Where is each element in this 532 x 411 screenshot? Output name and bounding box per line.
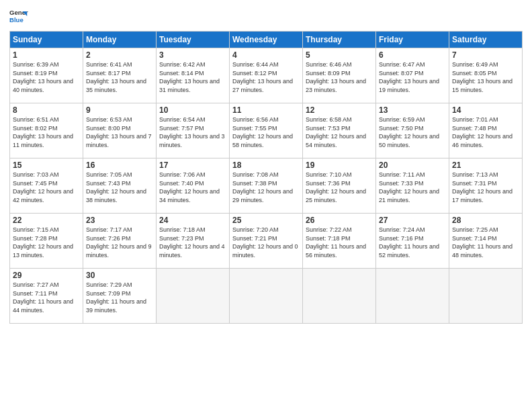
col-saturday: Saturday: [449, 32, 523, 48]
day-info: Sunrise: 6:41 AM Sunset: 8:17 PM Dayligh…: [86, 60, 153, 94]
header: General Blue: [9, 7, 523, 26]
week-row-4: 22 Sunrise: 7:15 AM Sunset: 7:28 PM Dayl…: [10, 214, 523, 269]
day-info: Sunrise: 7:13 AM Sunset: 7:31 PM Dayligh…: [452, 171, 519, 204]
day-number: 22: [13, 216, 80, 225]
day-cell-5: 5 Sunrise: 6:46 AM Sunset: 8:09 PM Dayli…: [303, 48, 376, 103]
header-row: Sunday Monday Tuesday Wednesday Thursday…: [10, 32, 523, 48]
day-info: Sunrise: 6:42 AM Sunset: 8:14 PM Dayligh…: [159, 60, 226, 94]
col-tuesday: Tuesday: [157, 32, 230, 48]
day-cell-30: 30 Sunrise: 7:29 AM Sunset: 7:09 PM Dayl…: [83, 269, 157, 324]
day-number: 9: [86, 105, 153, 115]
day-number: 13: [379, 105, 446, 115]
day-cell-24: 24 Sunrise: 7:18 AM Sunset: 7:23 PM Dayl…: [157, 214, 230, 269]
day-cell-18: 18 Sunrise: 7:08 AM Sunset: 7:38 PM Dayl…: [230, 158, 303, 214]
col-thursday: Thursday: [303, 32, 376, 48]
empty-cell: [303, 269, 376, 324]
day-number: 24: [159, 216, 226, 225]
day-number: 17: [159, 161, 226, 170]
day-number: 16: [86, 161, 153, 170]
week-row-1: 1 Sunrise: 6:39 AM Sunset: 8:19 PM Dayli…: [10, 48, 523, 103]
week-row-2: 8 Sunrise: 6:51 AM Sunset: 8:02 PM Dayli…: [10, 103, 523, 158]
day-number: 19: [306, 161, 373, 170]
day-cell-20: 20 Sunrise: 7:11 AM Sunset: 7:33 PM Dayl…: [376, 158, 449, 214]
day-number: 4: [232, 50, 300, 60]
empty-cell: [230, 269, 303, 324]
day-info: Sunrise: 6:39 AM Sunset: 8:19 PM Dayligh…: [13, 60, 80, 94]
day-info: Sunrise: 6:47 AM Sunset: 8:07 PM Dayligh…: [379, 60, 446, 94]
day-info: Sunrise: 7:17 AM Sunset: 7:26 PM Dayligh…: [86, 226, 153, 259]
day-info: Sunrise: 6:59 AM Sunset: 7:50 PM Dayligh…: [379, 116, 446, 149]
day-number: 28: [452, 216, 519, 225]
week-row-5: 29 Sunrise: 7:27 AM Sunset: 7:11 PM Dayl…: [10, 269, 523, 324]
day-info: Sunrise: 7:29 AM Sunset: 7:09 PM Dayligh…: [86, 281, 153, 314]
day-cell-8: 8 Sunrise: 6:51 AM Sunset: 8:02 PM Dayli…: [10, 103, 83, 158]
day-number: 23: [86, 216, 153, 225]
day-cell-26: 26 Sunrise: 7:22 AM Sunset: 7:18 PM Dayl…: [303, 214, 376, 269]
day-number: 10: [159, 105, 226, 115]
col-wednesday: Wednesday: [230, 32, 303, 48]
day-cell-14: 14 Sunrise: 7:01 AM Sunset: 7:48 PM Dayl…: [449, 103, 523, 158]
day-cell-10: 10 Sunrise: 6:54 AM Sunset: 7:57 PM Dayl…: [157, 103, 230, 158]
calendar-table: Sunday Monday Tuesday Wednesday Thursday…: [9, 31, 523, 324]
day-cell-3: 3 Sunrise: 6:42 AM Sunset: 8:14 PM Dayli…: [157, 48, 230, 103]
day-info: Sunrise: 7:20 AM Sunset: 7:21 PM Dayligh…: [232, 226, 300, 259]
col-friday: Friday: [376, 32, 449, 48]
col-monday: Monday: [83, 32, 157, 48]
day-info: Sunrise: 7:11 AM Sunset: 7:33 PM Dayligh…: [379, 171, 446, 204]
empty-cell: [376, 269, 449, 324]
day-info: Sunrise: 6:44 AM Sunset: 8:12 PM Dayligh…: [232, 60, 300, 94]
day-info: Sunrise: 7:25 AM Sunset: 7:14 PM Dayligh…: [452, 226, 519, 259]
day-cell-2: 2 Sunrise: 6:41 AM Sunset: 8:17 PM Dayli…: [83, 48, 157, 103]
day-info: Sunrise: 6:53 AM Sunset: 8:00 PM Dayligh…: [86, 116, 153, 149]
day-info: Sunrise: 6:51 AM Sunset: 8:02 PM Dayligh…: [13, 116, 80, 149]
day-cell-23: 23 Sunrise: 7:17 AM Sunset: 7:26 PM Dayl…: [83, 214, 157, 269]
day-number: 11: [232, 105, 300, 115]
day-info: Sunrise: 7:01 AM Sunset: 7:48 PM Dayligh…: [452, 116, 519, 149]
day-info: Sunrise: 6:49 AM Sunset: 8:05 PM Dayligh…: [452, 60, 519, 94]
day-number: 14: [452, 105, 519, 115]
day-number: 6: [379, 50, 446, 60]
day-number: 15: [13, 161, 80, 170]
day-number: 30: [86, 271, 153, 280]
week-row-3: 15 Sunrise: 7:03 AM Sunset: 7:45 PM Dayl…: [10, 158, 523, 214]
day-info: Sunrise: 7:27 AM Sunset: 7:11 PM Dayligh…: [13, 281, 80, 314]
day-number: 20: [379, 161, 446, 170]
day-number: 7: [452, 50, 519, 60]
day-info: Sunrise: 6:56 AM Sunset: 7:55 PM Dayligh…: [232, 116, 300, 149]
day-cell-13: 13 Sunrise: 6:59 AM Sunset: 7:50 PM Dayl…: [376, 103, 449, 158]
day-cell-7: 7 Sunrise: 6:49 AM Sunset: 8:05 PM Dayli…: [449, 48, 523, 103]
svg-text:Blue: Blue: [9, 16, 24, 24]
day-cell-21: 21 Sunrise: 7:13 AM Sunset: 7:31 PM Dayl…: [449, 158, 523, 214]
day-cell-22: 22 Sunrise: 7:15 AM Sunset: 7:28 PM Dayl…: [10, 214, 83, 269]
day-number: 12: [306, 105, 373, 115]
day-cell-25: 25 Sunrise: 7:20 AM Sunset: 7:21 PM Dayl…: [230, 214, 303, 269]
day-info: Sunrise: 7:15 AM Sunset: 7:28 PM Dayligh…: [13, 226, 80, 259]
day-cell-29: 29 Sunrise: 7:27 AM Sunset: 7:11 PM Dayl…: [10, 269, 83, 324]
day-number: 27: [379, 216, 446, 225]
day-info: Sunrise: 7:10 AM Sunset: 7:36 PM Dayligh…: [306, 171, 373, 204]
day-number: 25: [232, 216, 300, 225]
page-container: General Blue Sunday Monday Tuesday Wedne…: [0, 0, 532, 330]
day-number: 5: [306, 50, 373, 60]
day-info: Sunrise: 7:22 AM Sunset: 7:18 PM Dayligh…: [306, 226, 373, 259]
day-cell-16: 16 Sunrise: 7:05 AM Sunset: 7:43 PM Dayl…: [83, 158, 157, 214]
day-cell-4: 4 Sunrise: 6:44 AM Sunset: 8:12 PM Dayli…: [230, 48, 303, 103]
day-number: 29: [13, 271, 80, 280]
day-info: Sunrise: 7:03 AM Sunset: 7:45 PM Dayligh…: [13, 171, 80, 204]
day-info: Sunrise: 6:58 AM Sunset: 7:53 PM Dayligh…: [306, 116, 373, 149]
day-number: 26: [306, 216, 373, 225]
day-number: 3: [159, 50, 226, 60]
day-cell-1: 1 Sunrise: 6:39 AM Sunset: 8:19 PM Dayli…: [10, 48, 83, 103]
empty-cell: [449, 269, 523, 324]
logo: General Blue: [9, 7, 28, 26]
day-cell-28: 28 Sunrise: 7:25 AM Sunset: 7:14 PM Dayl…: [449, 214, 523, 269]
day-info: Sunrise: 7:06 AM Sunset: 7:40 PM Dayligh…: [159, 171, 226, 204]
day-info: Sunrise: 6:46 AM Sunset: 8:09 PM Dayligh…: [306, 60, 373, 94]
day-number: 21: [452, 161, 519, 170]
day-number: 2: [86, 50, 153, 60]
day-cell-9: 9 Sunrise: 6:53 AM Sunset: 8:00 PM Dayli…: [83, 103, 157, 158]
day-cell-17: 17 Sunrise: 7:06 AM Sunset: 7:40 PM Dayl…: [157, 158, 230, 214]
day-number: 1: [13, 50, 80, 60]
day-info: Sunrise: 7:05 AM Sunset: 7:43 PM Dayligh…: [86, 171, 153, 204]
col-sunday: Sunday: [10, 32, 83, 48]
